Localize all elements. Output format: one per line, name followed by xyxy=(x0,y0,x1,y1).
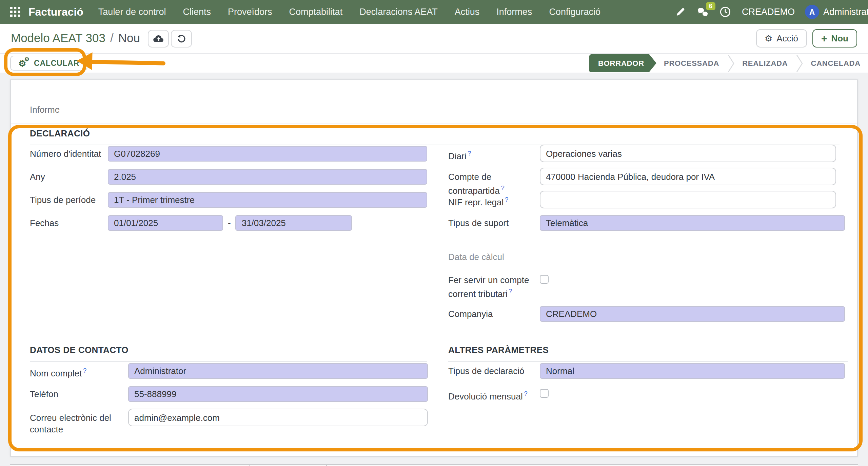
apps-grid-icon[interactable] xyxy=(8,5,22,19)
new-button[interactable]: + Nou xyxy=(812,29,857,48)
field-label-correu: Correu electrònic del contacte xyxy=(30,410,128,435)
compte-contrapartida-input[interactable] xyxy=(540,168,836,185)
app-window: Facturació Tauler de control Clients Pro… xyxy=(0,0,868,466)
stage-processada[interactable]: PROCESSADA xyxy=(656,59,727,67)
pencil-icon-svg xyxy=(676,7,686,17)
field-label-any: Any xyxy=(30,169,108,182)
help-icon: ? xyxy=(468,150,471,156)
field-row: Número d'identitat xyxy=(30,146,427,161)
field-label-tipus-periode: Tipus de període xyxy=(30,192,108,205)
lines-table-top-edge xyxy=(10,464,858,466)
activity-clock-icon[interactable] xyxy=(719,6,732,18)
nav-item-actius[interactable]: Actius xyxy=(455,7,480,17)
tipus-periode-input[interactable] xyxy=(108,192,427,207)
nav-item-clients[interactable]: Clients xyxy=(183,7,211,17)
nav-item-comptabilitat[interactable]: Comptabilitat xyxy=(289,7,343,17)
field-row: NIF repr. legal? xyxy=(448,192,836,208)
field-label-nom-complet: Nom complet? xyxy=(30,363,128,379)
help-icon: ? xyxy=(505,196,508,203)
field-row: Tipus de suport xyxy=(448,215,845,230)
tipus-suport-input[interactable] xyxy=(540,215,845,230)
field-row: Diari? xyxy=(448,146,836,162)
nom-complet-input[interactable] xyxy=(128,363,428,378)
gears-icon: ⚙⚙ xyxy=(18,58,29,68)
stage-borrador[interactable]: BORRADOR xyxy=(589,54,656,72)
nav-item-declaracions-aeat[interactable]: Declaracions AEAT xyxy=(359,7,438,17)
messages-icon[interactable]: 6 xyxy=(697,6,709,18)
control-panel-actions: ⚙ Acció + Nou xyxy=(756,29,857,48)
any-input[interactable] xyxy=(108,169,427,184)
discard-undo-button[interactable] xyxy=(171,30,192,47)
field-label-companyia: Companyia xyxy=(448,306,540,319)
telefon-input[interactable] xyxy=(128,386,428,402)
stage-chevron-icon xyxy=(795,54,803,72)
pencil-icon[interactable] xyxy=(675,6,687,18)
company-switcher[interactable]: CREADEMO xyxy=(742,7,795,17)
correu-input[interactable] xyxy=(128,409,428,426)
stage-realizada[interactable]: REALIZADA xyxy=(735,59,795,67)
fecha-hasta-input[interactable] xyxy=(236,215,352,230)
breadcrumb-current: Nou xyxy=(118,31,140,45)
section-title-declaracio: DECLARACIÓ xyxy=(30,128,840,145)
tab-divider xyxy=(11,123,857,124)
field-label-devolucio-mensual: Devolució mensual? xyxy=(448,386,540,402)
cloud-upload-icon xyxy=(153,34,164,43)
undo-icon xyxy=(177,33,187,43)
tipus-declaracio-input[interactable] xyxy=(540,363,845,378)
diari-input[interactable] xyxy=(540,145,836,162)
activity-clock-icon-svg xyxy=(720,6,731,18)
companyia-input[interactable] xyxy=(540,306,845,321)
devolucio-mensual-checkbox[interactable] xyxy=(540,389,549,397)
nav-item-tauler-de-control[interactable]: Tauler de control xyxy=(98,7,166,17)
field-row: Companyia xyxy=(448,306,845,321)
breadcrumb-separator: / xyxy=(110,31,114,45)
calcular-button-label: CALCULAR xyxy=(34,59,79,67)
numero-identitat-input[interactable] xyxy=(108,146,427,161)
field-label-telefon: Telèfon xyxy=(30,386,128,399)
fecha-desde-input[interactable] xyxy=(108,215,223,230)
form-sheet: Informe DECLARACIÓ Número d'identitat An… xyxy=(10,79,858,456)
field-row: Tipus de declaració xyxy=(448,363,845,378)
tab-informe[interactable]: Informe xyxy=(30,104,60,114)
field-label-tipus-suport: Tipus de suport xyxy=(448,215,540,228)
field-label-compte-corrent-tributari: Fer servir un compte corrent tributari? xyxy=(448,272,540,299)
nif-repr-legal-input[interactable] xyxy=(540,191,836,208)
gear-icon: ⚙ xyxy=(765,34,772,43)
app-brand[interactable]: Facturació xyxy=(28,6,83,18)
top-navbar: Facturació Tauler de control Clients Pro… xyxy=(0,0,868,24)
control-panel: Modelo AEAT 303 / Nou ⚙ Acció xyxy=(0,24,868,54)
field-label-data-calcul: Data de càlcul xyxy=(448,249,540,262)
table-column-divider xyxy=(249,465,250,466)
save-cloud-button[interactable] xyxy=(148,30,169,47)
field-row: Fer servir un compte corrent tributari? xyxy=(448,272,549,299)
field-row: Any xyxy=(30,169,427,184)
stage-cancelada[interactable]: CANCELADA xyxy=(803,59,868,67)
help-icon: ? xyxy=(83,367,86,374)
field-row: Tipus de període xyxy=(30,192,427,207)
form-statusbar: ⚙⚙ CALCULAR BORRADOR PROCESSADA REALIZAD… xyxy=(0,54,868,73)
help-icon: ? xyxy=(501,184,505,191)
field-row: Data de càlcul xyxy=(448,249,540,262)
nav-item-proveidors[interactable]: Proveïdors xyxy=(228,7,272,17)
breadcrumb-parent[interactable]: Modelo AEAT 303 xyxy=(11,31,105,45)
compte-corrent-tributari-checkbox[interactable] xyxy=(540,275,549,283)
messages-count-badge: 6 xyxy=(706,2,715,10)
dates-separator: - xyxy=(228,215,231,230)
calcular-button[interactable]: ⚙⚙ CALCULAR xyxy=(10,56,87,71)
stage-pipeline: BORRADOR PROCESSADA REALIZADA CANCELADA xyxy=(589,53,868,73)
table-column-divider xyxy=(326,465,327,466)
field-label-nif-repr-legal: NIF repr. legal? xyxy=(448,192,540,208)
action-button[interactable]: ⚙ Acció xyxy=(756,29,807,48)
field-row: Fechas - xyxy=(30,215,352,230)
user-avatar: A xyxy=(805,5,819,19)
user-menu[interactable]: A Administrator xyxy=(805,5,868,19)
field-row: Devolució mensual? xyxy=(448,386,549,402)
nav-item-configuracio[interactable]: Configuració xyxy=(549,7,600,17)
stage-chevron-icon xyxy=(727,54,735,72)
section-title-altres-parametres: ALTRES PARÀMETRES xyxy=(448,344,848,361)
navbar-right: 6 CREADEMO A Administrator xyxy=(675,5,868,19)
user-name: Administrator xyxy=(823,7,868,17)
new-button-label: Nou xyxy=(831,33,848,43)
field-row: Nom complet? xyxy=(30,363,428,379)
nav-item-informes[interactable]: Informes xyxy=(496,7,532,17)
